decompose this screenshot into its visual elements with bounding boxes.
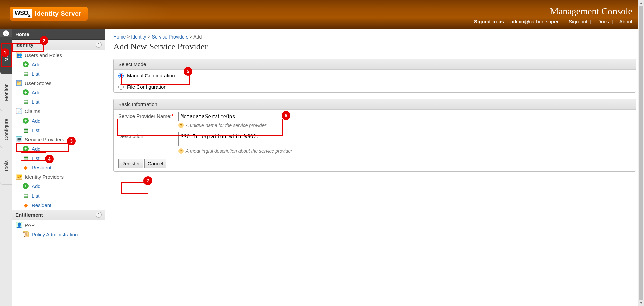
- signout-link[interactable]: Sign-out: [569, 19, 587, 24]
- button-row: Register Cancel: [114, 156, 636, 171]
- side-tabs: Main Monitor Configure Tools: [0, 37, 12, 306]
- cancel-button[interactable]: Cancel: [144, 159, 166, 168]
- list-icon: ▤: [23, 99, 29, 105]
- nav-users-add[interactable]: +Add: [12, 60, 105, 69]
- logo-text: Identity Server: [35, 10, 82, 17]
- nav-sp-add[interactable]: +Add: [12, 144, 105, 153]
- service-providers-icon: 💻: [16, 136, 22, 142]
- policy-icon: 📜: [23, 231, 29, 237]
- add-icon: +: [23, 146, 29, 152]
- header: WSO2 Identity Server Management Console …: [0, 0, 644, 29]
- panel-basic-info-head: Basic Information: [114, 99, 636, 110]
- add-icon: +: [23, 89, 29, 95]
- nav-sp-list[interactable]: ▤List: [12, 153, 105, 163]
- nav-claims[interactable]: 📄Claims: [12, 106, 105, 116]
- list-icon: ▤: [23, 127, 29, 133]
- list-icon: ▤: [23, 193, 29, 199]
- nav-idp-add[interactable]: +Add: [12, 181, 105, 191]
- nav-claims-list[interactable]: ▤List: [12, 125, 105, 135]
- collapse-icon: ˄: [96, 42, 102, 48]
- desc-help: ?A meaningful description about the serv…: [178, 148, 346, 154]
- nav-section-identity-label: Identity: [15, 42, 33, 48]
- breadcrumb: Home > Identity > Service Providers > Ad…: [113, 34, 636, 40]
- register-button[interactable]: Register: [118, 159, 143, 168]
- collapse-icon: ˄: [96, 212, 102, 218]
- sp-name-row: Service Provider Name:* ?A unique name f…: [114, 110, 636, 130]
- logo[interactable]: WSO2 Identity Server: [10, 7, 88, 21]
- nav-sp-resident[interactable]: ◆Resident: [12, 163, 105, 172]
- tab-monitor[interactable]: Monitor: [0, 74, 12, 111]
- nav-panel: Home Identity ˄ 👥Users and Roles +Add ▤L…: [12, 29, 105, 306]
- nav-identity-providers[interactable]: 🤝Identity Providers: [12, 172, 105, 181]
- nav-section-entitlement-label: Entitlement: [15, 212, 43, 218]
- nav-users-list[interactable]: ▤List: [12, 69, 105, 78]
- nav-idp-resident[interactable]: ◆Resident: [12, 200, 105, 210]
- pap-icon: 👤: [16, 222, 22, 228]
- nav-pap[interactable]: 👤PAP: [12, 220, 105, 230]
- tab-main[interactable]: Main: [0, 37, 12, 74]
- mode-file-label: File Configuration: [127, 84, 167, 90]
- docs-link[interactable]: Docs: [597, 19, 609, 24]
- logo-mark: WSO2: [13, 9, 32, 18]
- tab-configure[interactable]: Configure: [0, 111, 12, 148]
- help-icon: ?: [178, 123, 184, 128]
- nav-policy-admin[interactable]: 📜Policy Administration: [12, 230, 105, 239]
- desc-row: Description: ?A meaningful description a…: [114, 130, 636, 156]
- nav-users-roles[interactable]: 👥Users and Roles: [12, 50, 105, 60]
- console-title: Management Console: [550, 6, 632, 17]
- breadcrumb-identity[interactable]: Identity: [131, 34, 146, 40]
- signed-in-label: Signed-in as:: [474, 19, 506, 24]
- mode-file-radio[interactable]: [118, 84, 124, 90]
- mode-manual-row[interactable]: Manual Configuration: [114, 70, 636, 81]
- breadcrumb-current: Add: [193, 34, 202, 40]
- scroll-thumb[interactable]: [639, 6, 643, 300]
- about-link[interactable]: About: [619, 19, 632, 24]
- tab-tools[interactable]: Tools: [0, 148, 12, 185]
- nav-stores-list[interactable]: ▤List: [12, 97, 105, 106]
- sp-name-help: ?A unique name for the service provider: [178, 123, 277, 128]
- nav-service-providers[interactable]: 💻Service Providers: [12, 135, 105, 144]
- userstores-icon: 📁: [16, 80, 22, 86]
- main-content: Home > Identity > Service Providers > Ad…: [105, 29, 644, 306]
- vertical-scrollbar[interactable]: ▲ ▼: [638, 0, 644, 306]
- mode-manual-radio[interactable]: [118, 73, 124, 78]
- chevron-left-icon: ‹: [3, 30, 9, 36]
- desc-input[interactable]: [178, 132, 346, 146]
- identity-providers-icon: 🤝: [16, 174, 22, 180]
- nav-claims-add[interactable]: +Add: [12, 116, 105, 125]
- users-icon: 👥: [16, 52, 22, 58]
- breadcrumb-sp[interactable]: Service Providers: [152, 34, 188, 40]
- nav-stores-add[interactable]: +Add: [12, 88, 105, 97]
- mode-manual-label: Manual Configuration: [127, 73, 175, 78]
- resident-icon: ◆: [23, 202, 29, 208]
- list-icon: ▤: [23, 155, 29, 161]
- add-icon: +: [23, 118, 29, 124]
- nav-user-stores[interactable]: 📁User Stores: [12, 78, 105, 88]
- mode-file-row[interactable]: File Configuration: [114, 81, 636, 92]
- panel-select-mode: Select Mode Manual Configuration File Co…: [113, 59, 636, 93]
- header-links: Signed-in as: admin@carbon.super | Sign-…: [474, 19, 632, 24]
- help-icon: ?: [178, 148, 184, 154]
- breadcrumb-home[interactable]: Home: [113, 34, 126, 40]
- nav-home[interactable]: Home: [12, 29, 105, 40]
- scroll-down-icon[interactable]: ▼: [638, 300, 644, 306]
- claims-icon: 📄: [16, 108, 22, 114]
- resident-icon: ◆: [23, 164, 29, 170]
- nav-idp-list[interactable]: ▤List: [12, 191, 105, 200]
- list-icon: ▤: [23, 71, 29, 77]
- scroll-up-icon[interactable]: ▲: [638, 0, 644, 6]
- add-icon: +: [23, 61, 29, 67]
- sp-name-input[interactable]: [178, 112, 277, 121]
- add-icon: +: [23, 183, 29, 189]
- page-title: Add New Service Provider: [113, 42, 636, 54]
- collapse-nav-button[interactable]: ‹: [0, 29, 12, 37]
- sp-name-label: Service Provider Name:*: [118, 112, 177, 119]
- signed-in-user: admin@carbon.super: [510, 19, 559, 24]
- nav-section-entitlement[interactable]: Entitlement ˄: [12, 210, 105, 220]
- desc-label: Description:: [118, 132, 177, 139]
- panel-basic-info: Basic Information Service Provider Name:…: [113, 99, 636, 172]
- panel-select-mode-head: Select Mode: [114, 59, 636, 70]
- nav-section-identity[interactable]: Identity ˄: [12, 40, 105, 50]
